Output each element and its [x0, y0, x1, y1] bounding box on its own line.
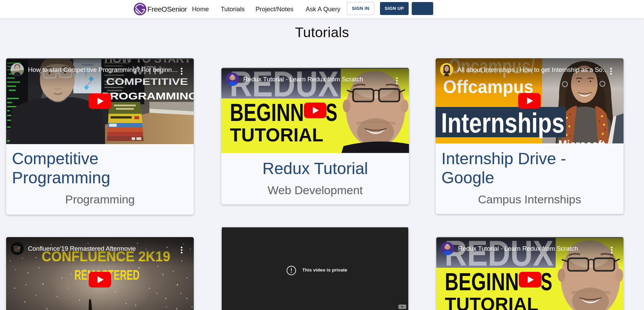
svg-text:BEGINN: BEGINN [230, 98, 304, 126]
svg-text:Internships: Internships [441, 107, 565, 138]
svg-text:S: S [541, 268, 552, 295]
svg-text:PROGRAMMING: PROGRAMMING [102, 91, 194, 102]
svg-text:S: S [326, 98, 337, 126]
svg-text:TUTORIAL: TUTORIAL [445, 293, 538, 310]
svg-text:TUTORIAL: TUTORIAL [230, 124, 323, 145]
svg-text:BEGINN: BEGINN [445, 268, 519, 295]
svg-text:Microsoft: Microsoft [558, 138, 605, 143]
